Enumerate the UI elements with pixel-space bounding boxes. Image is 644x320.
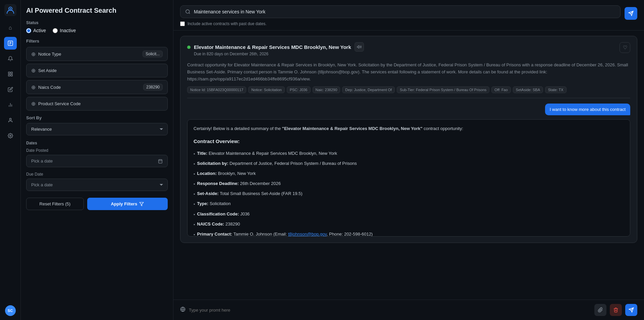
tag-subtier: Sub-Tier: Federal Prison System / Bureau…	[397, 86, 489, 93]
contract-title-row: Elevator Maintenance & Repair Services M…	[187, 42, 364, 52]
detail-type: • Type: Solicitation	[194, 200, 624, 208]
svg-marker-20	[140, 202, 144, 206]
user-avatar[interactable]: SC	[5, 305, 16, 316]
detail-contact: • Primary Contact: Tammie O. Johnson (Em…	[194, 231, 624, 237]
search-bar	[180, 5, 621, 18]
detail-classification: • Classification Code: J036	[194, 210, 624, 218]
inactive-label: Inactive	[60, 28, 76, 33]
user-bubble: I want to know more about this contract	[545, 104, 630, 115]
naics-code-filter[interactable]: ⊕ Naics Code 238290	[26, 80, 168, 94]
filter-plus-icon: ⊕	[31, 51, 36, 57]
product-service-code-filter[interactable]: ⊕ Product Service Code	[26, 97, 168, 111]
set-aside-filter[interactable]: ⊕ Set Aside	[26, 64, 168, 77]
set-aside-label: Set Aside	[38, 68, 163, 73]
svg-point-14	[9, 118, 11, 120]
naics-code-badge: 238290	[143, 84, 163, 90]
main-content: Include active contracts with past due d…	[173, 0, 644, 320]
date-posted-label: Date Posted	[26, 148, 168, 153]
filters-label: Filters	[26, 39, 168, 44]
chat-input-area	[173, 300, 644, 320]
active-radio[interactable]	[26, 28, 31, 33]
attach-icon	[598, 307, 603, 313]
svg-line-22	[189, 13, 190, 14]
detail-naics: • NAICS Code: 238290	[194, 220, 624, 229]
tag-setaside: SetAside: SBA	[513, 86, 543, 93]
globe-icon	[180, 307, 185, 313]
svg-rect-10	[11, 74, 12, 76]
sidebar-item-notifications[interactable]	[4, 52, 17, 65]
ai-title-ref: "Elevator Maintenance & Repair Services …	[282, 126, 423, 131]
tag-state: State: TX	[545, 86, 567, 93]
ai-intro: Certainly! Below is a detailed summary o…	[194, 126, 282, 131]
user-message: I want to know more about this contract	[187, 104, 630, 115]
date-posted-input[interactable]: Pick a date	[26, 155, 168, 167]
search-icon	[185, 9, 191, 14]
include-past-due-label: Include active contracts with past due d…	[187, 21, 266, 26]
chat-send-button[interactable]	[625, 304, 637, 316]
sidebar-item-settings[interactable]	[4, 129, 17, 142]
app-logo	[4, 4, 16, 16]
contract-due-date: Due in 820 days on December 26th, 2026	[194, 52, 364, 56]
ai-intro-end: contract opportunity:	[424, 126, 463, 131]
notice-type-filter[interactable]: ⊕ Notice Type Solicit...	[26, 47, 168, 61]
svg-marker-25	[357, 46, 359, 48]
chat-section: I want to know more about this contract …	[187, 98, 630, 237]
inactive-radio[interactable]	[53, 28, 58, 33]
detail-title: • Title: Elevator Maintenance & Repair S…	[194, 150, 624, 158]
contract-header: Elevator Maintenance & Repair Services M…	[187, 42, 630, 60]
status-dot	[187, 46, 191, 49]
sidebar-item-edit[interactable]	[4, 83, 17, 96]
date-posted-placeholder: Pick a date	[31, 158, 53, 164]
sort-select[interactable]: Relevance Date Posted Due Date Title	[26, 123, 168, 135]
contract-description: Contract opportunity for Elevator Mainte…	[187, 62, 630, 82]
tag-notice: Notice: Solicitation	[248, 86, 285, 93]
delete-button[interactable]	[610, 304, 622, 316]
include-row: Include active contracts with past due d…	[180, 21, 637, 26]
svg-point-15	[10, 135, 11, 136]
sidebar-item-history[interactable]	[4, 68, 17, 80]
contract-overview-title: Contract Overview:	[194, 137, 624, 146]
filter-plus-icon: ⊕	[31, 84, 36, 90]
sidebar-item-home[interactable]: ⌂	[4, 21, 17, 34]
status-label: Status	[26, 20, 168, 25]
apply-filters-label: Apply Filters	[111, 201, 137, 206]
sidebar-item-reports[interactable]	[4, 99, 17, 111]
favorite-button[interactable]: ♡	[620, 42, 630, 53]
contract-title: Elevator Maintenance & Repair Services M…	[194, 44, 351, 50]
audio-icon	[357, 45, 362, 49]
attach-button[interactable]	[594, 304, 606, 316]
left-panel: AI Powered Contract Search Status Active…	[21, 0, 173, 320]
active-radio-label[interactable]: Active	[26, 28, 46, 33]
trash-icon	[613, 307, 619, 313]
dates-label: Dates	[26, 141, 168, 145]
app-title: AI Powered Contract Search	[26, 7, 168, 14]
product-service-code-label: Product Service Code	[38, 101, 163, 106]
sidebar-item-users[interactable]	[4, 114, 17, 127]
tag-off: Off: Fao	[491, 86, 511, 93]
sort-label: Sort By	[26, 115, 168, 120]
svg-point-2	[10, 8, 11, 9]
svg-rect-7	[8, 72, 10, 74]
chat-input[interactable]	[189, 308, 591, 313]
inactive-radio-label[interactable]: Inactive	[53, 28, 76, 33]
include-past-due-checkbox[interactable]	[180, 21, 185, 26]
search-area: Include active contracts with past due d…	[173, 0, 644, 30]
tag-psc: PSC: J036	[287, 86, 311, 93]
reset-filters-button[interactable]: Reset Filters (5)	[26, 198, 84, 210]
due-date-label: Due Date	[26, 172, 168, 177]
contact-email[interactable]: t8johnson@bop.gov	[288, 232, 327, 237]
due-date-select[interactable]: Pick a date	[26, 179, 168, 191]
audio-button[interactable]	[355, 42, 364, 52]
search-input[interactable]	[194, 9, 615, 14]
apply-filters-button[interactable]: Apply Filters	[87, 198, 168, 210]
search-submit-button[interactable]	[625, 7, 637, 20]
chat-send-icon	[629, 307, 634, 313]
tag-dep: Dep: Justice, Department Of	[342, 86, 395, 93]
sidebar-item-contracts[interactable]	[4, 37, 17, 50]
dates-section: Dates Date Posted Pick a date Due Date P…	[26, 141, 168, 191]
tags-row: Notice Id: 15BFA023Q00000117 Notice: Sol…	[187, 86, 630, 93]
tag-naic: Naic: 238290	[313, 86, 340, 93]
status-row: Active Inactive	[26, 28, 168, 33]
sidebar: ⌂ SC	[0, 0, 21, 320]
filter-plus-icon: ⊕	[31, 101, 36, 107]
